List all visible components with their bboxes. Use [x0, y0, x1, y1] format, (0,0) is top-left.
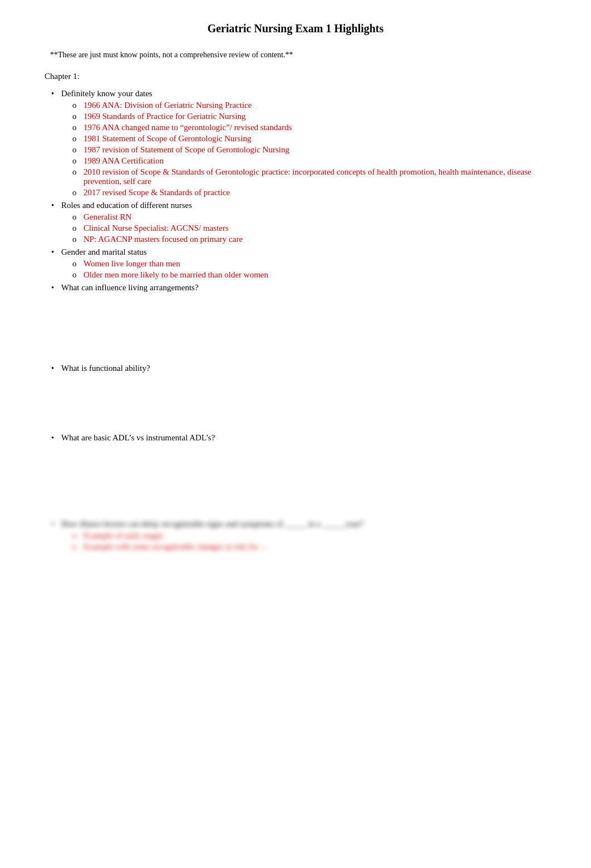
sub-item-1987: 1987 revision of Statement of Scope of G…	[83, 145, 546, 155]
list-item-living: What can influence living arrangements?	[61, 283, 546, 292]
gender-sublist: Women live longer than men Older men mor…	[61, 259, 546, 280]
gender-label: Gender and marital status	[61, 247, 147, 256]
sub-item-1976: 1976 ANA changed name to “gerontologic”/…	[83, 123, 546, 132]
blurred-sublist: Example of early stages Example with som…	[61, 531, 546, 552]
list-item-functional: What is functional ability?	[61, 364, 546, 373]
sub-item-women-longer: Women live longer than men	[83, 259, 546, 269]
roles-label: Roles and education of different nurses	[61, 201, 192, 210]
dates-sublist: 1966 ANA: Division of Geriatric Nursing …	[61, 101, 546, 197]
sub-item-1969: 1969 Standards of Practice for Geriatric…	[83, 112, 546, 121]
sub-item-2010: 2010 revision of Scope & Standards of Ge…	[83, 167, 546, 186]
roles-sublist: Generalist RN Clinical Nurse Specialist:…	[61, 212, 546, 244]
adl-label: What are basic ADL’s vs instrumental ADL…	[61, 433, 215, 442]
sub-item-cns: Clinical Nurse Specialist: AGCNS/ master…	[83, 224, 546, 233]
main-bullet-list: Definitely know your dates 1966 ANA: Div…	[45, 89, 546, 292]
living-label: What can influence living arrangements?	[61, 283, 199, 292]
main-bullet-list-2: What is functional ability?	[45, 364, 546, 373]
blurred-sub-1: Example of early stages	[83, 531, 546, 540]
list-item-roles: Roles and education of different nurses …	[61, 201, 546, 244]
dates-label: Definitely know your dates	[61, 89, 152, 98]
list-item-dates: Definitely know your dates 1966 ANA: Div…	[61, 89, 546, 197]
sub-item-generalist: Generalist RN	[83, 212, 546, 222]
chapter-heading: Chapter 1:	[45, 72, 546, 81]
gap-3	[45, 447, 546, 514]
page-title: Geriatric Nursing Exam 1 Highlights	[45, 22, 546, 35]
sub-item-older-men: Older men more likely to be married than…	[83, 270, 546, 280]
gap-1	[45, 297, 546, 364]
blurred-section: How illness factors can delay recognizab…	[45, 519, 546, 552]
list-item-adl: What are basic ADL’s vs instrumental ADL…	[61, 433, 546, 443]
subtitle: **These are just must know points, not a…	[50, 51, 546, 59]
gap-2	[45, 378, 546, 433]
blurred-sub-2: Example with some recognizable changes a…	[83, 542, 546, 552]
sub-item-2017: 2017 revised Scope & Standards of practi…	[83, 188, 546, 197]
list-item-gender: Gender and marital status Women live lon…	[61, 247, 546, 280]
functional-label: What is functional ability?	[61, 364, 150, 373]
sub-item-np: NP: AGACNP masters focused on primary ca…	[83, 235, 546, 244]
main-bullet-list-3: What are basic ADL’s vs instrumental ADL…	[45, 433, 546, 443]
sub-item-1966: 1966 ANA: Division of Geriatric Nursing …	[83, 101, 546, 110]
sub-item-1989: 1989 ANA Certification	[83, 156, 546, 166]
blurred-main-item: How illness factors can delay recognizab…	[61, 519, 546, 552]
blurred-main-text: How illness factors can delay recognizab…	[61, 519, 363, 528]
sub-item-1981: 1981 Statement of Scope of Gerontologic …	[83, 134, 546, 143]
